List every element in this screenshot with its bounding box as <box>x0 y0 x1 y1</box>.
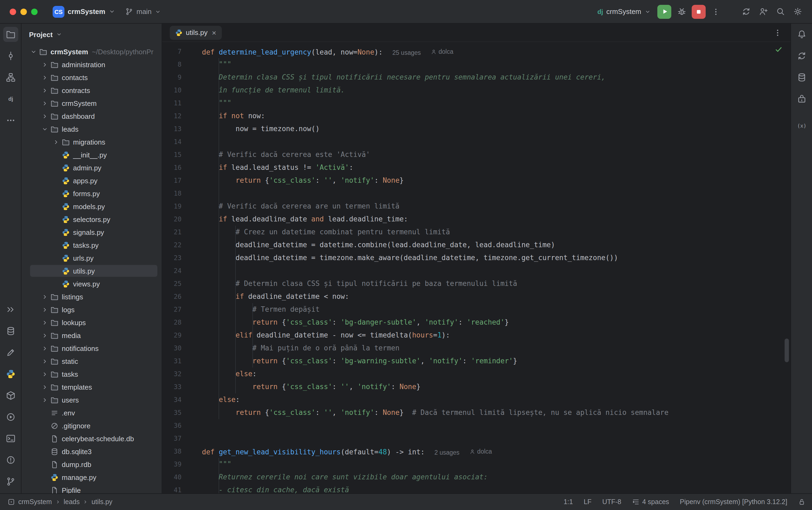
line-number[interactable]: 20 <box>162 213 182 226</box>
line-number[interactable]: 23 <box>162 252 182 264</box>
code-line[interactable]: 22 deadline_datetime = datetime.combine(… <box>162 238 790 252</box>
settings-button[interactable] <box>790 5 805 19</box>
chevron-right-icon[interactable] <box>40 112 49 120</box>
tool-more-button[interactable] <box>3 113 18 128</box>
code-line[interactable]: 32 else: <box>162 368 790 380</box>
tree-item-utils-py[interactable]: utils.py <box>22 264 162 277</box>
code-line[interactable]: 34 else: <box>162 393 790 406</box>
tree-item-logs[interactable]: logs <box>22 303 162 316</box>
chevron-down-icon[interactable] <box>29 47 38 56</box>
line-number[interactable]: 8 <box>162 58 182 71</box>
tree-item-init-py[interactable]: __init__.py <box>22 148 162 161</box>
tool-terminal-button[interactable] <box>3 431 18 446</box>
tab-utils-py[interactable]: utils.py × <box>170 26 221 39</box>
tree-item-views-py[interactable]: views.py <box>22 277 162 290</box>
tree-item-apps-py[interactable]: apps.py <box>22 174 162 187</box>
code-line[interactable]: 23 deadline_datetime = timezone.make_awa… <box>162 252 790 264</box>
line-number[interactable]: 10 <box>162 84 182 97</box>
code-line[interactable]: 21 # Creez un datetime combinat pentru t… <box>162 226 790 238</box>
line-number[interactable]: 26 <box>162 290 182 303</box>
tool-problems-button[interactable] <box>3 453 18 468</box>
tree-item-env[interactable]: .env <box>22 406 162 419</box>
line-number[interactable]: 31 <box>162 355 182 368</box>
chevron-right-icon[interactable] <box>52 138 60 146</box>
tool-plugins-button[interactable] <box>794 91 809 106</box>
code-line[interactable]: 27 # Termen depășit <box>162 303 790 316</box>
tool-more-tools-button[interactable] <box>3 302 18 317</box>
tree-item-dump-rdb[interactable]: dump.rdb <box>22 458 162 471</box>
run-more-options-button[interactable] <box>709 5 723 19</box>
tree-item-dashboard[interactable]: dashboard <box>22 110 162 122</box>
code-line[interactable]: 39 """ <box>162 458 790 471</box>
minimize-window-button[interactable] <box>21 8 27 15</box>
code-line[interactable]: 29 elif deadline_datetime - now <= timed… <box>162 329 790 342</box>
tool-ai-assistant-button[interactable] <box>794 48 809 63</box>
tree-item-celerybeat-schedule-db[interactable]: celerybeat-schedule.db <box>22 432 162 445</box>
tool-database-button[interactable] <box>3 323 18 339</box>
code-line[interactable]: 28 return {'css_class': 'bg-danger-subtl… <box>162 316 790 329</box>
line-number[interactable]: 29 <box>162 329 182 342</box>
inspections-ok-icon[interactable] <box>774 45 783 54</box>
tree-item-migrations[interactable]: migrations <box>22 136 162 148</box>
code-line[interactable]: 9 Determin clasa CSS și tipul notificări… <box>162 71 790 84</box>
status-line-separator[interactable]: LF <box>584 498 592 506</box>
code-line[interactable]: 16 if lead.lead_status != 'Activă': <box>162 161 790 174</box>
chevron-right-icon[interactable] <box>40 292 49 301</box>
code-line[interactable]: 31 return {'css_class': 'bg-warning-subt… <box>162 355 790 368</box>
chevron-right-icon[interactable] <box>40 382 49 391</box>
code-line[interactable]: 35 return {'css_class': '', 'notify': No… <box>162 406 790 419</box>
line-number[interactable]: 27 <box>162 303 182 316</box>
line-number[interactable]: 40 <box>162 471 182 484</box>
code-line[interactable]: 40 Returnez cererile noi care sunt vizib… <box>162 471 790 484</box>
tree-item-contracts[interactable]: contracts <box>22 84 162 97</box>
search-everywhere-button[interactable] <box>773 5 787 19</box>
line-number[interactable]: 36 <box>162 419 182 432</box>
tree-item-templates[interactable]: templates <box>22 380 162 393</box>
code-line[interactable]: 18 <box>162 187 790 200</box>
author-inlay-hint[interactable]: dolca <box>469 445 492 458</box>
chevron-right-icon[interactable] <box>40 73 49 82</box>
code-with-me-button[interactable] <box>756 5 770 19</box>
chevron-right-icon[interactable] <box>40 357 49 365</box>
line-number[interactable]: 17 <box>162 174 182 187</box>
code-line[interactable]: 30 # Mai puțin de o oră până la termen <box>162 342 790 355</box>
tree-item-signals-py[interactable]: signals.py <box>22 226 162 238</box>
line-number[interactable]: 34 <box>162 393 182 406</box>
run-config-widget[interactable]: dj crmSystem <box>594 6 654 17</box>
code-line[interactable]: 11 """ <box>162 97 790 110</box>
author-inlay-hint[interactable]: dolca <box>430 45 453 58</box>
chevron-right-icon[interactable] <box>40 331 49 340</box>
code-line[interactable]: 26 if deadline_datetime < now: <box>162 290 790 303</box>
tree-item-urls-py[interactable]: urls.py <box>22 252 162 264</box>
chevron-right-icon[interactable] <box>40 99 49 108</box>
tree-item-forms-py[interactable]: forms.py <box>22 187 162 200</box>
code-line[interactable]: 36 <box>162 419 790 432</box>
tree-item-selectors-py[interactable]: selectors.py <box>22 213 162 226</box>
status-python-interpreter[interactable]: Pipenv (crmSystem) [Python 3.12.2] <box>680 498 787 506</box>
debug-button[interactable] <box>674 5 689 19</box>
tree-item-admin-py[interactable]: admin.py <box>22 161 162 174</box>
line-number[interactable]: 19 <box>162 200 182 213</box>
tree-item-users[interactable]: users <box>22 393 162 406</box>
line-number[interactable]: 28 <box>162 316 182 329</box>
line-number[interactable]: 24 <box>162 264 182 277</box>
status-indent-style[interactable]: 4 spaces <box>632 498 669 506</box>
chevron-down-icon[interactable] <box>40 125 49 133</box>
line-number[interactable]: 14 <box>162 136 182 148</box>
usages-inlay-hint[interactable]: 25 usages <box>392 49 421 56</box>
tree-item-gitignore[interactable]: .gitignore <box>22 419 162 432</box>
code-editor[interactable]: 7def determine_lead_urgency(lead, now=No… <box>162 42 790 493</box>
tree-item-manage-py[interactable]: manage.py <box>22 471 162 484</box>
code-line[interactable]: 8 """ <box>162 58 790 71</box>
tool-python-packages-button[interactable] <box>3 388 18 403</box>
project-panel-header[interactable]: Project <box>22 24 162 45</box>
line-number[interactable]: 30 <box>162 342 182 355</box>
code-line[interactable]: 7def determine_lead_urgency(lead, now=No… <box>162 45 790 58</box>
breadcrumb-utils-py[interactable]: utils.py <box>92 498 113 506</box>
tool-variables-button[interactable]: (x) <box>794 118 809 133</box>
line-number[interactable]: 13 <box>162 122 182 136</box>
line-number[interactable]: 41 <box>162 484 182 493</box>
line-number[interactable]: 33 <box>162 380 182 393</box>
code-line[interactable]: 12 if not now: <box>162 110 790 122</box>
tool-project-button[interactable] <box>3 27 18 42</box>
